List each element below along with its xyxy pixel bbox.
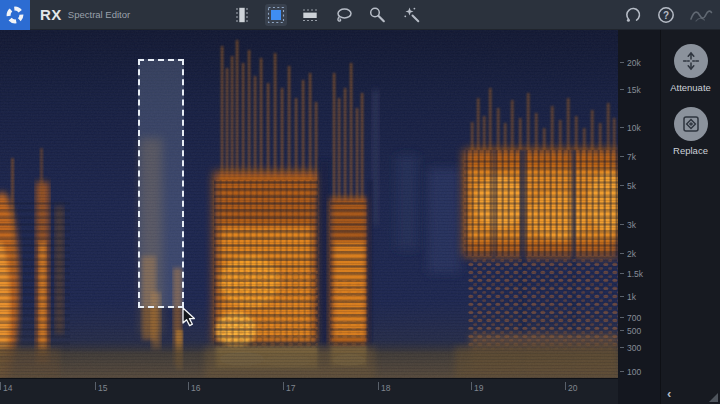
time-tick: 15 <box>95 382 107 393</box>
freq-tick: 10k <box>620 122 641 132</box>
time-tick: 14 <box>0 382 12 393</box>
freq-tick: 1.5k <box>620 268 643 278</box>
time-tick: 17 <box>283 382 295 393</box>
frequency-selection-icon <box>299 4 321 26</box>
time-tick: 16 <box>188 382 200 393</box>
collapse-panel-chevron[interactable]: ‹ <box>667 388 671 400</box>
time-tick: 19 <box>471 382 483 393</box>
time-tick: 20 <box>565 382 577 393</box>
spectrogram-image <box>0 30 618 378</box>
magic-wand-tool[interactable] <box>401 4 423 26</box>
freq-tick: 700 <box>620 312 641 322</box>
attenuate-icon <box>681 51 701 71</box>
freq-tick: 7k <box>620 151 636 161</box>
attenuate-label: Attenuate <box>670 82 711 93</box>
app-subtitle: Spectral Editor <box>68 9 130 20</box>
rx-logo-button[interactable] <box>0 0 30 30</box>
freq-tick: 15k <box>620 84 641 94</box>
time-selection-tool[interactable] <box>231 4 253 26</box>
time-tick: 18 <box>378 382 390 393</box>
top-bar: RX Spectral Editor <box>0 0 720 30</box>
freq-tick: 20k <box>620 57 641 67</box>
freq-tick: 1k <box>620 291 636 301</box>
replace-icon <box>681 114 701 134</box>
freq-tick: 100 <box>620 366 641 376</box>
time-frequency-selection-region[interactable] <box>138 59 184 308</box>
spectrogram-canvas[interactable] <box>0 30 618 378</box>
time-frequency-selection-icon <box>265 4 287 26</box>
replace-button[interactable] <box>674 107 708 141</box>
freq-tick: 300 <box>620 342 641 352</box>
topbar-right-icons: ? <box>621 4 715 26</box>
processing-panel: Attenuate Replace ‹ <box>660 30 720 404</box>
rx-pinwheel-icon <box>6 6 24 24</box>
frequency-selection-tool[interactable] <box>299 4 321 26</box>
replace-label: Replace <box>673 145 708 156</box>
selection-tools <box>231 4 423 26</box>
freq-tick: 5k <box>620 180 636 190</box>
app-brand: RX <box>40 6 62 23</box>
window-resize-grip[interactable] <box>709 393 718 402</box>
time-axis[interactable]: 14151617181920 <box>0 378 618 404</box>
brush-selection-tool[interactable] <box>367 4 389 26</box>
time-selection-icon <box>231 4 253 26</box>
help-button[interactable]: ? <box>654 4 678 26</box>
help-glyph: ? <box>663 10 669 21</box>
lasso-selection-tool[interactable] <box>333 4 355 26</box>
freq-tick: 3k <box>620 219 636 229</box>
brush-icon <box>367 4 389 26</box>
rx-spectral-editor-window: RX Spectral Editor <box>0 0 720 404</box>
undo-history-button[interactable] <box>621 4 645 26</box>
help-icon: ? <box>655 4 677 26</box>
freq-tick: 500 <box>620 325 641 335</box>
attenuate-button[interactable] <box>674 44 708 78</box>
frequency-axis[interactable]: 20k15k10k7k5k3k2k1.5k1k700500300100 <box>618 30 660 404</box>
izotope-logo-icon <box>687 4 715 26</box>
magic-wand-icon <box>401 4 423 26</box>
izotope-logo <box>687 4 715 26</box>
lasso-icon <box>333 4 355 26</box>
undo-history-icon <box>622 4 644 26</box>
time-frequency-selection-tool[interactable] <box>265 4 287 26</box>
freq-tick: 2k <box>620 248 636 258</box>
